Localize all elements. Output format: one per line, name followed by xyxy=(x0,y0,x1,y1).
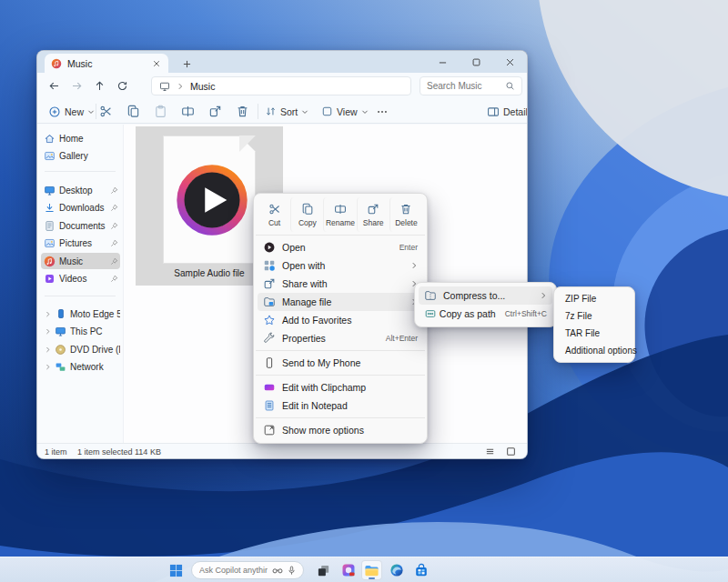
minimize-button[interactable] xyxy=(426,51,460,73)
file-explorer-icon xyxy=(364,564,379,577)
details-pane-button[interactable]: Details xyxy=(483,102,528,121)
store-button[interactable] xyxy=(410,560,431,580)
delete-button[interactable]: Delete xyxy=(389,197,422,232)
rename-button[interactable]: Rename xyxy=(323,197,356,232)
sidebar-item-label: Desktop xyxy=(59,186,110,196)
task-view-button[interactable] xyxy=(313,560,334,580)
search-box[interactable] xyxy=(420,76,522,95)
menu-separator xyxy=(256,350,425,351)
sidebar-item-dvd-drive[interactable]: DVD Drive (D:) CCC xyxy=(41,341,120,357)
photos-app-button[interactable] xyxy=(338,560,359,580)
submenu-item-additional-options[interactable]: Additional options xyxy=(558,342,631,359)
sidebar-item-label: Pictures xyxy=(59,238,110,248)
forward-button[interactable] xyxy=(67,76,86,95)
maximize-button[interactable] xyxy=(460,51,493,73)
sidebar-item-desktop[interactable]: Desktop xyxy=(41,182,120,198)
new-button[interactable]: New xyxy=(45,102,98,121)
menu-item-show-more-options[interactable]: Show more options xyxy=(258,421,423,439)
sidebar-item-downloads[interactable]: Downloads xyxy=(41,200,120,216)
sort-button[interactable]: Sort xyxy=(261,102,312,121)
desktop-icon xyxy=(43,185,56,196)
sidebar-item-music[interactable]: Music xyxy=(41,253,120,269)
pin-icon xyxy=(110,239,118,247)
rename-button[interactable] xyxy=(177,102,198,121)
sidebar-item-moto-edge[interactable]: Moto Edge 50 Neo xyxy=(41,306,120,322)
search-icon xyxy=(505,81,515,91)
menu-item-open-with[interactable]: Open with xyxy=(258,256,423,275)
tab-music[interactable]: Music xyxy=(45,54,168,73)
cut-button[interactable] xyxy=(96,102,116,121)
thumbnail-view-toggle-icon[interactable] xyxy=(506,447,516,457)
menu-item-label: Edit in Notepad xyxy=(282,400,418,411)
more-options-button[interactable] xyxy=(372,102,392,121)
edge-button[interactable] xyxy=(386,560,407,580)
sidebar-item-home[interactable]: Home xyxy=(41,130,120,146)
dvd-drive-icon xyxy=(54,344,67,356)
breadcrumb[interactable]: Music xyxy=(151,76,411,95)
menu-item-manage-file[interactable]: Manage file xyxy=(258,293,423,311)
downloads-icon xyxy=(43,202,56,214)
cut-button[interactable]: Cut xyxy=(258,197,290,232)
breadcrumb-location: Music xyxy=(190,81,215,92)
menu-item-edit-with-clipchamp[interactable]: Edit with Clipchamp xyxy=(258,378,423,396)
taskbar-search[interactable] xyxy=(191,561,304,579)
sidebar-item-label: Network xyxy=(70,362,120,372)
submenu-item-label: ZIP File xyxy=(565,294,596,304)
menu-item-send-to-my-phone[interactable]: Send to My Phone xyxy=(258,354,423,372)
submenu-item-shortcut: Ctrl+Shift+C xyxy=(505,309,547,318)
share-icon xyxy=(367,203,379,216)
refresh-button[interactable] xyxy=(113,76,132,95)
paste-icon-button[interactable] xyxy=(150,102,171,121)
details-button-label: Details xyxy=(503,106,528,117)
start-button[interactable] xyxy=(166,560,187,580)
menu-item-edit-in-notepad[interactable]: Edit in Notepad xyxy=(258,396,423,415)
menu-item-open[interactable]: Open Enter xyxy=(258,238,423,256)
submenu-item-copy-as-path[interactable]: Copy as path Ctrl+Shift+C xyxy=(419,305,552,323)
taskbar xyxy=(0,557,728,582)
delete-button[interactable] xyxy=(232,102,253,121)
details-view-toggle-icon[interactable] xyxy=(485,447,495,457)
sidebar-item-pictures[interactable]: Pictures xyxy=(41,236,120,252)
copy-button[interactable] xyxy=(123,102,144,121)
file-explorer-button[interactable] xyxy=(361,560,382,580)
menu-item-label: Open with xyxy=(282,260,403,271)
windows-logo-icon xyxy=(169,564,183,577)
submenu-item-zip-file[interactable]: ZIP File xyxy=(558,290,631,307)
submenu-item-label: Additional options xyxy=(565,346,637,356)
menu-item-add-to-favorites[interactable]: Add to Favorites xyxy=(258,311,423,329)
sidebar-item-videos[interactable]: Videos xyxy=(41,271,120,287)
up-button[interactable] xyxy=(90,76,109,95)
star-icon xyxy=(263,314,282,326)
sidebar-item-documents[interactable]: Documents xyxy=(41,217,120,234)
view-button[interactable]: View xyxy=(318,102,372,121)
copilot-vision-icon[interactable] xyxy=(272,567,283,575)
sidebar-item-network[interactable]: Network xyxy=(41,359,120,376)
menu-item-properties[interactable]: Properties Alt+Enter xyxy=(258,329,423,347)
share-button[interactable]: Share xyxy=(357,197,389,232)
menu-item-shortcut: Alt+Enter xyxy=(386,334,418,343)
sidebar-item-this-pc[interactable]: This PC xyxy=(41,324,120,340)
submenu-item-7z-file[interactable]: 7z File xyxy=(558,307,631,325)
manage-file-submenu: Compress to... Copy as path Ctrl+Shift+C xyxy=(414,282,557,327)
close-button[interactable] xyxy=(493,51,527,73)
plus-circle-icon xyxy=(48,105,61,118)
breadcrumb-chevron-icon xyxy=(177,83,184,90)
open-with-icon xyxy=(263,259,282,272)
tab-close-icon[interactable] xyxy=(151,58,162,69)
quick-action-label: Rename xyxy=(326,218,355,227)
sidebar-item-gallery[interactable]: Gallery xyxy=(41,147,120,164)
copy-button[interactable]: Copy xyxy=(290,197,323,232)
menu-item-share-with[interactable]: Share with xyxy=(258,275,423,293)
back-button[interactable] xyxy=(45,76,64,95)
chevron-down-icon xyxy=(301,108,308,115)
new-tab-button[interactable] xyxy=(179,56,194,71)
menu-item-label: Open xyxy=(282,242,390,253)
submenu-item-compress-to[interactable]: Compress to... xyxy=(419,286,552,305)
explorer-search-input[interactable] xyxy=(427,81,505,91)
share-button[interactable] xyxy=(205,102,226,121)
copilot-search-input[interactable] xyxy=(199,566,268,575)
view-button-label: View xyxy=(337,106,358,117)
submenu-item-label: Copy as path xyxy=(440,308,496,319)
microphone-icon[interactable] xyxy=(288,566,296,576)
submenu-item-tar-file[interactable]: TAR File xyxy=(558,325,631,342)
